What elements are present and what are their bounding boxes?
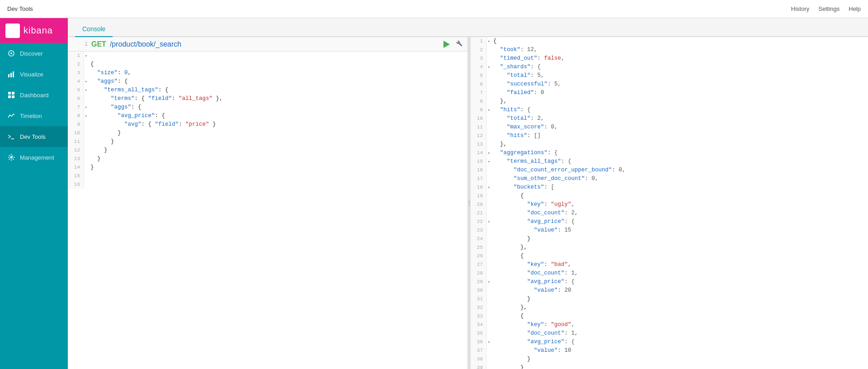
line-content: "max_score": 0, (491, 123, 558, 132)
line-number: 11 (471, 123, 487, 132)
output-line: 26 { (471, 252, 868, 260)
input-line[interactable]: 14} (68, 163, 467, 172)
input-line[interactable]: 15 (68, 172, 467, 180)
line-number: 5 (471, 71, 487, 80)
output-line: 23 "value": 15 (471, 226, 868, 235)
input-line[interactable]: 1▸ (68, 52, 467, 60)
sidebar-item-visualize[interactable]: Visualize (0, 64, 68, 85)
sidebar-item-devtools[interactable]: Dev Tools (0, 126, 68, 147)
sidebar-item-discover[interactable]: Discover (0, 43, 68, 64)
sidebar-item-discover-label: Discover (20, 50, 43, 57)
settings-link[interactable]: Settings (818, 5, 840, 12)
line-number: 15 (471, 157, 487, 166)
line-number: 17 (471, 175, 487, 183)
line-content: } (89, 155, 101, 163)
output-line: 11 "max_score": 0, (471, 123, 868, 132)
sidebar-item-management[interactable]: Management (0, 147, 68, 168)
line-number: 19 (471, 192, 487, 200)
output-line: 22▸ "avg_price": { (471, 218, 868, 226)
input-line[interactable]: 12 } (68, 146, 467, 155)
line-content: "doc_count": 2, (491, 209, 578, 218)
output-line: 1▸{ (471, 37, 868, 46)
line-number: 8 (68, 112, 84, 120)
line-number: 37 (471, 346, 487, 355)
line-content: "doc_count_error_upper_bound": 0, (491, 166, 626, 175)
wrench-button[interactable] (455, 40, 464, 49)
line-number: 3 (471, 54, 487, 63)
line-number: 2 (471, 46, 487, 54)
tab-console[interactable]: Console (75, 22, 113, 37)
svg-point-2 (10, 52, 12, 54)
line-number: 28 (471, 269, 487, 278)
input-line[interactable]: 13 } (68, 155, 467, 163)
output-line: 30 "value": 20 (471, 286, 868, 295)
output-line: 34 "key": "good", (471, 321, 868, 329)
line-indicator: ▸ (84, 112, 89, 120)
input-line[interactable]: 6 "terms": { "field": "all_tags" }, (68, 95, 467, 103)
output-line: 10 "total": 2, (471, 114, 868, 123)
line-number: 38 (471, 355, 487, 364)
input-line[interactable]: 8▸ "avg_price": { (68, 112, 467, 120)
line-content: { (89, 60, 94, 69)
line-number: 11 (68, 137, 84, 146)
line-content: "aggregations": { (491, 149, 558, 157)
history-link[interactable]: History (791, 5, 809, 12)
output-line: 17 "sum_other_doc_count": 0, (471, 175, 868, 183)
line-content: "avg": { "field": "price" } (89, 120, 216, 129)
svg-rect-3 (8, 74, 9, 77)
line-number: 8 (471, 97, 487, 106)
input-line[interactable]: 5▸ "terms_all_tags": { (68, 86, 467, 95)
input-line[interactable]: 3 "size": 0, (68, 69, 467, 77)
svg-rect-7 (12, 92, 14, 95)
input-line[interactable]: 2{ (68, 60, 467, 69)
console-panels: 1 GET /product/book/_search 1▸2{3 "size"… (68, 37, 868, 369)
input-line[interactable]: 7▸ "aggs": { (68, 103, 467, 112)
help-link[interactable]: Help (849, 5, 861, 12)
sidebar-item-visualize-label: Visualize (20, 71, 43, 78)
management-icon (7, 153, 15, 161)
input-line[interactable]: 9 "avg": { "field": "price" } (68, 120, 467, 129)
input-code-area[interactable]: 1▸2{3 "size": 0,4▸ "aggs": {5▸ "terms_al… (68, 52, 467, 369)
input-line[interactable]: 4▸ "aggs": { (68, 77, 467, 86)
line-content: }, (491, 303, 527, 312)
output-line: 36▸ "avg_price": { (471, 338, 868, 346)
line-number: 10 (471, 114, 487, 123)
output-line: 19 { (471, 192, 868, 200)
line-content: "avg_price": { (89, 112, 165, 120)
line-number: 29 (471, 278, 487, 286)
line-indicator: ▸ (84, 77, 89, 86)
line-content: "total": 2, (491, 114, 544, 123)
sidebar-item-dashboard[interactable]: Dashboard (0, 85, 68, 105)
line-number: 9 (471, 106, 487, 114)
line-content: "avg_price": { (491, 278, 575, 286)
input-line[interactable]: 10 } (68, 129, 467, 137)
line-number: 18 (471, 183, 487, 192)
output-line: 13 }, (471, 140, 868, 149)
top-bar-links: History Settings Help (791, 5, 861, 12)
line-content: } (89, 146, 108, 155)
line-content: "size": 0, (89, 69, 131, 77)
line-number: 6 (68, 95, 84, 103)
output-line: 12 "hits": [] (471, 132, 868, 140)
panel-resizer[interactable] (468, 37, 471, 369)
sidebar-item-timelion-label: Timelion (20, 113, 42, 119)
output-line: 24 } (471, 235, 868, 243)
sidebar-item-timelion[interactable]: Timelion (0, 105, 68, 126)
line-content: } (89, 129, 121, 137)
line-content: { (491, 37, 497, 46)
line-content: "value": 15 (491, 226, 571, 235)
line-content: { (491, 252, 524, 260)
line-number: 13 (471, 140, 487, 149)
logo: kibana (0, 18, 68, 43)
content-area: Console 1 GET /product/book/_search (68, 18, 868, 369)
run-button[interactable] (442, 40, 451, 49)
line-content: }, (491, 140, 507, 149)
line-content: "sum_other_doc_count": 0, (491, 175, 599, 183)
line-number: 6 (471, 80, 487, 89)
line-indicator: ▸ (487, 278, 491, 286)
input-line[interactable]: 11 } (68, 137, 467, 146)
input-line[interactable]: 16 (68, 180, 467, 189)
line-number: 27 (471, 260, 487, 269)
line-number: 24 (471, 235, 487, 243)
svg-rect-9 (12, 95, 14, 98)
